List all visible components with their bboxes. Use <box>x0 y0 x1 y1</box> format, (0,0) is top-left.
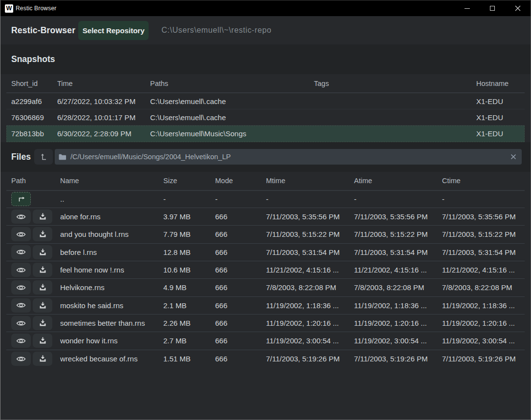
file-size: 4.9 MB <box>163 283 215 292</box>
close-icon <box>515 5 521 11</box>
preview-button[interactable] <box>11 263 31 277</box>
restic-browser-window: { "window": { "title": "Restic Browser",… <box>0 0 531 420</box>
preview-button[interactable] <box>11 352 31 366</box>
files-toolbar: Files /C/Users/emuell/Music/Songs/2004_H… <box>0 142 531 172</box>
download-button[interactable] <box>33 280 52 294</box>
files-rows: .. - - - - - alone for.rns 3.97 MB <box>6 191 525 368</box>
eye-icon <box>16 320 26 327</box>
file-mtime: 11/19/2002, 3:00:54 ... <box>266 336 354 345</box>
file-mtime: 7/8/2003, 8:22:08 PM <box>266 283 354 292</box>
download-icon <box>39 337 46 344</box>
download-button[interactable] <box>33 210 52 224</box>
file-name: sometimes better than.rns <box>60 319 163 327</box>
download-icon <box>39 355 46 362</box>
file-row[interactable]: Helvikone.rns 4.9 MB 666 7/8/2003, 8:22:… <box>6 279 525 296</box>
maximize-button[interactable] <box>480 0 505 16</box>
file-row[interactable]: feel home now !.rns 10.6 MB 666 11/21/20… <box>6 261 525 279</box>
download-button[interactable] <box>33 298 52 313</box>
file-atime: 11/21/2002, 4:15:16 ... <box>354 266 442 274</box>
maximize-icon <box>490 6 495 11</box>
file-path-bar[interactable]: /C/Users/emuell/Music/Songs/2004_Helveti… <box>55 149 522 165</box>
file-actions <box>11 316 60 330</box>
file-row[interactable]: and you thought l.rns 7.79 MB 666 7/11/2… <box>6 226 525 243</box>
preview-button[interactable] <box>11 280 31 294</box>
file-mode: 666 <box>215 212 266 221</box>
download-button[interactable] <box>33 334 52 348</box>
minimize-button[interactable] <box>454 0 480 16</box>
file-atime: 7/11/2003, 5:31:54 PM <box>354 248 442 256</box>
file-row[interactable]: alone for.rns 3.97 MB 666 7/11/2003, 5:3… <box>6 208 525 226</box>
file-mode: 666 <box>215 355 266 363</box>
file-path-text: /C/Users/emuell/Music/Songs/2004_Helveti… <box>70 153 231 161</box>
preview-button[interactable] <box>11 227 31 241</box>
file-ctime: 11/21/2002, 4:15:16 ... <box>442 266 520 274</box>
file-row[interactable]: wonder how it.rns 2.7 MB 666 11/19/2002,… <box>6 332 525 350</box>
snapshot-row[interactable]: a2299af6 6/27/2022, 10:03:32 PM C:\Users… <box>6 93 525 109</box>
files-title: Files <box>11 152 31 162</box>
file-mode: - <box>215 195 266 203</box>
file-ctime: 7/8/2003, 8:22:08 PM <box>442 283 520 292</box>
snapshot-hostname: X1-EDU <box>476 97 520 105</box>
col-atime: Atime <box>354 177 442 185</box>
col-mtime: Mtime <box>266 177 354 185</box>
download-button[interactable] <box>33 352 52 366</box>
close-button[interactable] <box>505 0 531 16</box>
file-atime: 7/11/2003, 5:19:26 PM <box>354 355 442 363</box>
file-mtime: 7/11/2003, 5:31:54 PM <box>266 248 354 256</box>
clear-path-button[interactable] <box>510 154 516 160</box>
file-row[interactable]: before l.rns 12.8 MB 666 7/11/2003, 5:31… <box>6 244 525 261</box>
file-actions <box>11 352 60 366</box>
file-actions <box>11 263 60 277</box>
file-row[interactable]: wrecked because of.rns 1.51 MB 666 7/11/… <box>6 350 525 368</box>
snapshot-row[interactable]: 76306869 6/28/2022, 10:01:17 PM C:\Users… <box>6 109 525 126</box>
app-header: Restic-Browser Select Repository C:\User… <box>0 16 531 44</box>
file-mtime: 11/19/2002, 1:20:16 ... <box>266 319 354 327</box>
files-table-header: Path Name Size Mode Mtime Atime Ctime <box>6 172 525 191</box>
tree-mode-button[interactable] <box>34 149 53 165</box>
file-row[interactable]: moskito he said.rns 2.1 MB 666 11/19/200… <box>6 297 525 315</box>
file-row[interactable]: .. - - - - - <box>6 191 525 208</box>
snapshot-hostname: X1-EDU <box>476 113 520 122</box>
eye-icon <box>16 356 26 362</box>
file-mode: 666 <box>215 266 266 274</box>
file-size: 7.79 MB <box>163 230 215 238</box>
preview-button[interactable] <box>11 316 31 330</box>
download-button[interactable] <box>33 245 52 259</box>
go-parent-button[interactable] <box>11 192 31 206</box>
snapshots-rows: a2299af6 6/27/2022, 10:03:32 PM C:\Users… <box>6 93 525 142</box>
col-time: Time <box>57 80 150 87</box>
parent-dir-icon <box>18 196 25 202</box>
snapshot-time: 6/28/2022, 10:01:17 PM <box>57 113 150 122</box>
snapshots-table-header: Short_id Time Paths Tags Hostname <box>6 74 525 93</box>
select-repository-button[interactable]: Select Repository <box>78 21 149 40</box>
col-size: Size <box>163 177 215 185</box>
download-button[interactable] <box>33 227 52 241</box>
snapshot-row[interactable]: 72b813bb 6/30/2022, 2:28:09 PM C:\Users\… <box>6 126 525 142</box>
repository-path[interactable]: C:\Users\emuell\~\restic-repo <box>161 26 271 35</box>
file-name: moskito he said.rns <box>60 301 163 310</box>
preview-button[interactable] <box>11 210 31 224</box>
eye-icon <box>16 249 26 255</box>
preview-button[interactable] <box>11 334 31 348</box>
file-atime: - <box>354 195 442 203</box>
snapshot-time: 6/27/2022, 10:03:32 PM <box>57 97 150 105</box>
download-button[interactable] <box>33 263 52 277</box>
download-icon <box>39 266 46 273</box>
preview-button[interactable] <box>11 245 31 259</box>
file-actions <box>11 192 60 206</box>
file-mtime: - <box>266 195 354 203</box>
file-size: 10.6 MB <box>163 266 215 274</box>
eye-icon <box>16 284 26 291</box>
file-atime: 11/19/2002, 1:20:16 ... <box>354 319 442 327</box>
file-name: wonder how it.rns <box>60 336 163 345</box>
file-name: before l.rns <box>60 248 163 256</box>
download-button[interactable] <box>33 316 52 330</box>
col-ctime: Ctime <box>442 177 520 185</box>
preview-button[interactable] <box>11 298 31 313</box>
file-row[interactable]: sometimes better than.rns 2.26 MB 666 11… <box>6 315 525 332</box>
col-paths: Paths <box>150 80 314 87</box>
file-size: 2.7 MB <box>163 336 215 345</box>
snapshot-time: 6/30/2022, 2:28:09 PM <box>57 129 150 138</box>
col-name: Name <box>60 177 163 185</box>
window-controls <box>454 0 531 16</box>
